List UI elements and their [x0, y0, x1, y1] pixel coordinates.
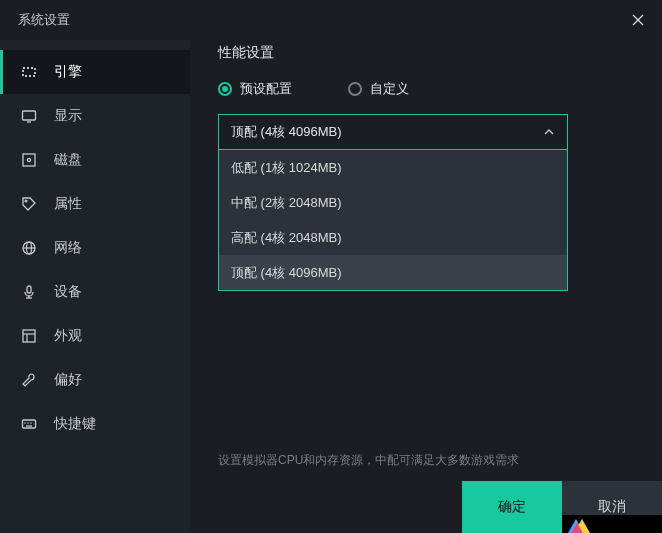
preset-option-top[interactable]: 顶配 (4核 4096MB): [219, 255, 567, 290]
option-label: 高配 (4核 2048MB): [231, 229, 342, 247]
sidebar: 引擎 显示 磁盘 属性 网络: [0, 40, 190, 533]
config-mode-radio-group: 预设配置 自定义: [218, 80, 634, 98]
layout-icon: [20, 327, 38, 345]
sidebar-item-appearance[interactable]: 外观: [0, 314, 190, 358]
button-label: 确定: [498, 498, 526, 516]
radio-dot-icon: [218, 82, 232, 96]
svg-rect-1: [23, 111, 36, 120]
sidebar-item-hotkey[interactable]: 快捷键: [0, 402, 190, 446]
option-label: 中配 (2核 2048MB): [231, 194, 342, 212]
radio-dot-icon: [348, 82, 362, 96]
main-area: 引擎 显示 磁盘 属性 网络: [0, 40, 662, 533]
sidebar-item-label: 网络: [54, 239, 82, 257]
radio-label: 预设配置: [240, 80, 292, 98]
sidebar-item-label: 引擎: [54, 63, 82, 81]
tray-app-icon: [568, 515, 590, 533]
chevron-up-icon: [543, 126, 555, 138]
taskbar-strip: [562, 515, 662, 533]
close-button[interactable]: [626, 8, 650, 32]
svg-rect-12: [23, 330, 35, 342]
sidebar-item-label: 磁盘: [54, 151, 82, 169]
sidebar-item-engine[interactable]: 引擎: [0, 50, 190, 94]
help-text: 设置模拟器CPU和内存资源，中配可满足大多数游戏需求: [218, 452, 519, 469]
window-title: 系统设置: [18, 11, 70, 29]
sidebar-item-display[interactable]: 显示: [0, 94, 190, 138]
sidebar-item-device[interactable]: 设备: [0, 270, 190, 314]
preset-select[interactable]: 顶配 (4核 4096MB): [218, 114, 568, 150]
cancel-button[interactable]: 取消: [562, 481, 662, 533]
preset-option-high[interactable]: 高配 (4核 2048MB): [219, 220, 567, 255]
svg-point-5: [25, 200, 27, 202]
sidebar-item-label: 偏好: [54, 371, 82, 389]
content-panel: 性能设置 预设配置 自定义 顶配 (4核 4096MB) 低配 (1核 1024…: [190, 40, 662, 533]
preset-option-low[interactable]: 低配 (1核 1024MB): [219, 150, 567, 185]
sidebar-item-label: 设备: [54, 283, 82, 301]
close-icon: [632, 14, 644, 26]
preset-select-wrap: 顶配 (4核 4096MB) 低配 (1核 1024MB) 中配 (2核 204…: [218, 114, 568, 150]
preset-dropdown: 低配 (1核 1024MB) 中配 (2核 2048MB) 高配 (4核 204…: [218, 150, 568, 291]
mic-icon: [20, 283, 38, 301]
sidebar-item-properties[interactable]: 属性: [0, 182, 190, 226]
sidebar-item-disk[interactable]: 磁盘: [0, 138, 190, 182]
wrench-icon: [20, 371, 38, 389]
sidebar-item-preference[interactable]: 偏好: [0, 358, 190, 402]
globe-icon: [20, 239, 38, 257]
ok-button[interactable]: 确定: [462, 481, 562, 533]
tag-icon: [20, 195, 38, 213]
option-label: 低配 (1核 1024MB): [231, 159, 342, 177]
radio-custom[interactable]: 自定义: [348, 80, 409, 98]
section-title: 性能设置: [218, 44, 634, 62]
select-value: 顶配 (4核 4096MB): [231, 123, 342, 141]
option-label: 顶配 (4核 4096MB): [231, 264, 342, 282]
engine-icon: [20, 63, 38, 81]
sidebar-item-network[interactable]: 网络: [0, 226, 190, 270]
titlebar: 系统设置: [0, 0, 662, 40]
button-label: 取消: [598, 498, 626, 516]
display-icon: [20, 107, 38, 125]
keyboard-icon: [20, 415, 38, 433]
sidebar-item-label: 外观: [54, 327, 82, 345]
preset-option-mid[interactable]: 中配 (2核 2048MB): [219, 185, 567, 220]
svg-rect-3: [23, 154, 35, 166]
svg-rect-9: [27, 286, 31, 293]
svg-rect-15: [23, 420, 36, 428]
svg-point-4: [27, 158, 30, 161]
svg-rect-0: [23, 68, 35, 76]
disk-icon: [20, 151, 38, 169]
sidebar-item-label: 属性: [54, 195, 82, 213]
sidebar-item-label: 快捷键: [54, 415, 96, 433]
sidebar-item-label: 显示: [54, 107, 82, 125]
radio-preset[interactable]: 预设配置: [218, 80, 292, 98]
button-bar: 确定 取消: [462, 481, 662, 533]
radio-label: 自定义: [370, 80, 409, 98]
